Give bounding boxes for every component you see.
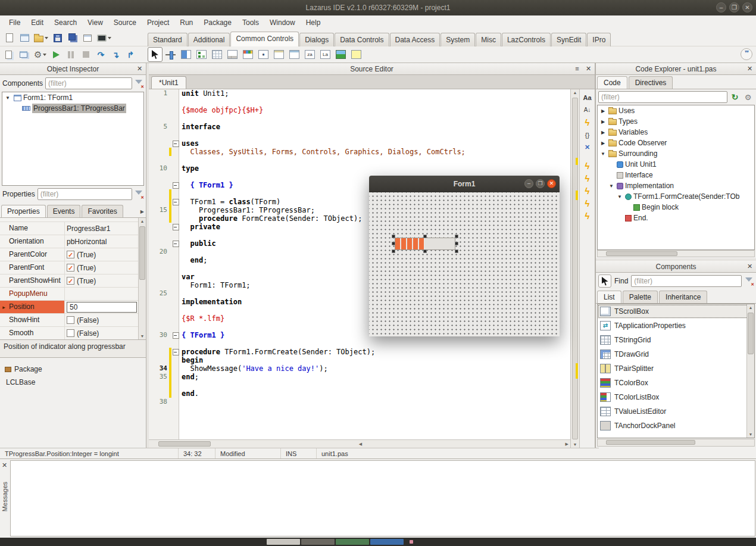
- palette-tab-common-controls[interactable]: Common Controls: [230, 32, 299, 46]
- component-list-item-tvaluelisteditor[interactable]: TValueListEditor: [598, 404, 754, 419]
- form-designer-window[interactable]: Form1 – ❐ ✕: [369, 176, 560, 336]
- code-explorer-header[interactable]: Code Explorer - unit1.pas ✕: [596, 63, 756, 75]
- property-row-position[interactable]: ▸Position50: [0, 301, 138, 314]
- cursor-button[interactable]: [148, 47, 163, 62]
- property-value[interactable]: ✓(True): [65, 261, 138, 274]
- form-maximize-button[interactable]: ❐: [536, 179, 545, 188]
- selection-handle[interactable]: [455, 249, 458, 253]
- property-row-popupmenu[interactable]: PopupMenu: [0, 288, 138, 301]
- component-list-item-tscrollbox[interactable]: TScrollBox: [598, 304, 754, 319]
- tstatusbar-button[interactable]: [225, 47, 240, 62]
- property-row-smooth[interactable]: Smooth(False): [0, 327, 138, 340]
- lightning-button[interactable]: ϟ: [582, 198, 593, 209]
- save-all-button[interactable]: [65, 31, 80, 45]
- theadercontrol-button[interactable]: za: [302, 47, 317, 62]
- tree-collapsed-icon[interactable]: ▶: [599, 130, 607, 135]
- pause-button[interactable]: [64, 48, 78, 62]
- messages-close-icon[interactable]: ✕: [2, 461, 7, 469]
- scroll-left-icon[interactable]: ◀: [151, 442, 570, 447]
- tab-directives[interactable]: Directives: [629, 76, 673, 89]
- property-row-name[interactable]: NameProgressBar1: [0, 222, 138, 235]
- tpopupnotifier-button[interactable]: [349, 47, 364, 62]
- code-explorer-hscrollbar[interactable]: [597, 250, 755, 257]
- components-filter-clear-icon[interactable]: [745, 277, 754, 286]
- lightning-button[interactable]: ϟ: [582, 117, 593, 128]
- editor-line-8[interactable]: Classes, SysUtils, Forms, Controls, Grap…: [149, 148, 570, 156]
- property-row-parentcolor[interactable]: ParentColor✓(True): [0, 248, 138, 261]
- palette-tab-dialogs[interactable]: Dialogs: [299, 33, 334, 46]
- component-list-item-tstringgrid[interactable]: TStringGrid: [598, 333, 754, 347]
- timagelist-button[interactable]: [333, 47, 348, 62]
- component-list-item-tcolorbox[interactable]: TColorBox: [598, 376, 754, 390]
- component-tree-item-form1[interactable]: ▼Form1: TForm1: [2, 92, 143, 103]
- source-editor-close-icon[interactable]: ✕: [584, 64, 593, 73]
- component-list-item-tapplicationproperties[interactable]: TApplicationProperties: [598, 319, 754, 333]
- scroll-up-icon[interactable]: ▲: [747, 305, 754, 310]
- checkbox-checked-icon[interactable]: ✓: [67, 264, 74, 272]
- property-value[interactable]: pbHorizontal: [65, 235, 138, 248]
- step-into-button[interactable]: ↴: [108, 48, 123, 62]
- tab-palette[interactable]: Palette: [623, 291, 658, 303]
- step-out-button[interactable]: ↱: [123, 48, 138, 62]
- editor-line-1[interactable]: 1unit Unit1;: [149, 89, 570, 98]
- tab-list[interactable]: List: [597, 291, 621, 303]
- property-value[interactable]: 50: [65, 301, 138, 313]
- build-mode-caret-icon[interactable]: [43, 54, 46, 58]
- fold-collapse-icon[interactable]: [171, 139, 179, 148]
- view-units-button[interactable]: [2, 48, 17, 62]
- object-inspector-header[interactable]: Object Inspector ✕: [0, 63, 146, 75]
- editor-line-38[interactable]: 38: [149, 398, 570, 406]
- code-explorer-item-variables[interactable]: ▶Variables: [598, 127, 754, 138]
- menu-view[interactable]: View: [82, 16, 108, 29]
- selection-handle[interactable]: [423, 235, 427, 238]
- lightning-button[interactable]: ϟ: [582, 160, 593, 171]
- editor-line-34[interactable]: 34 ShowMessage('Have a nice day!');: [149, 364, 570, 373]
- property-value[interactable]: ✓(True): [65, 274, 138, 287]
- new-unit-button[interactable]: [2, 31, 17, 45]
- components-filter-input[interactable]: [45, 77, 132, 89]
- palette-tab-standard[interactable]: Standard: [148, 33, 188, 46]
- code-explorer-item-begin-block[interactable]: Begin block: [598, 202, 754, 213]
- editor-line-2[interactable]: [149, 98, 570, 106]
- titlebar[interactable]: Lazarus IDE v2.1.0 r60327:60329M - proje…: [0, 0, 756, 15]
- scroll-thumb[interactable]: [139, 226, 145, 280]
- component-list-item-tdrawgrid[interactable]: TDrawGrid: [598, 347, 754, 361]
- editor-hscrollbar[interactable]: ◀ ▶: [149, 439, 570, 448]
- hscroll-thumb[interactable]: [158, 441, 211, 447]
- open-caret-icon[interactable]: [45, 37, 48, 41]
- hscroll-thumb[interactable]: [606, 251, 677, 256]
- component-list-item-tanchordockpanel[interactable]: TAnchorDockPanel: [598, 419, 754, 433]
- fold-collapse-icon[interactable]: [171, 331, 179, 339]
- code-explorer-item-uses[interactable]: ▶Uses: [598, 105, 754, 116]
- selection-handle[interactable]: [455, 242, 458, 245]
- code-explorer-item-surrounding[interactable]: ▼Surrounding: [598, 148, 754, 159]
- checkbox-unchecked-icon[interactable]: [67, 316, 74, 324]
- menu-search[interactable]: Search: [49, 16, 82, 29]
- minimize-button[interactable]: –: [716, 2, 726, 13]
- property-value[interactable]: [65, 288, 138, 300]
- properties-filter-clear-icon[interactable]: [135, 190, 143, 199]
- palette-tab-data-controls[interactable]: Data Controls: [335, 33, 389, 46]
- editor-vscrollbar[interactable]: ▲ ▼: [570, 89, 579, 448]
- menu-tools[interactable]: Tools: [237, 16, 264, 29]
- ttabcontrol-button[interactable]: [287, 47, 302, 62]
- new-form-button[interactable]: [17, 31, 32, 45]
- menu-source[interactable]: Source: [108, 16, 142, 29]
- palette-tab-system[interactable]: System: [441, 33, 475, 46]
- vscroll-thumb[interactable]: [572, 98, 578, 439]
- selection-handle[interactable]: [423, 249, 427, 253]
- toggle-form-unit-button[interactable]: [95, 31, 113, 45]
- step-over-button[interactable]: ↷: [93, 48, 108, 62]
- component-list-item-tpairsplitter[interactable]: TPairSplitter: [598, 361, 754, 376]
- fold-collapse-icon[interactable]: [171, 198, 179, 206]
- cross-button[interactable]: ✕: [582, 142, 593, 153]
- selection-handle[interactable]: [392, 242, 395, 245]
- taskbar-window-4[interactable]: [370, 539, 404, 545]
- scroll-up-icon[interactable]: ▲: [139, 219, 146, 223]
- form-minimize-button[interactable]: –: [524, 179, 533, 188]
- scroll-up-icon[interactable]: ▲: [571, 91, 579, 95]
- tabs-scroll-right-icon[interactable]: ▶: [140, 209, 144, 214]
- code-explorer-item-end-[interactable]: End.: [598, 213, 754, 223]
- menu-edit[interactable]: Edit: [26, 16, 49, 29]
- tlazcombo-button[interactable]: La: [318, 47, 333, 62]
